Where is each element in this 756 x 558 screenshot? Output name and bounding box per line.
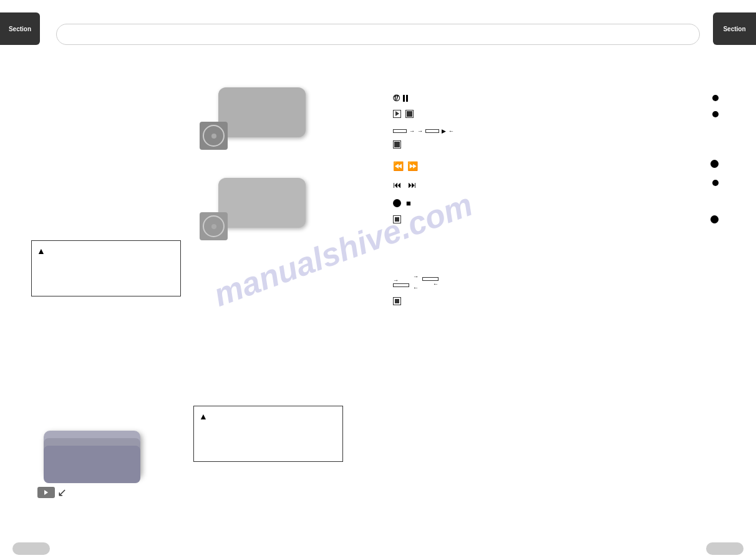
loop-stop-row xyxy=(393,297,719,306)
control-row-func xyxy=(393,215,719,223)
play-arrow-back: ← xyxy=(448,128,454,134)
control-symbol-stop xyxy=(393,140,449,149)
footer-btn-left[interactable] xyxy=(12,542,50,555)
loop-rect-1 xyxy=(393,283,409,287)
control-symbol-rec-stop: ■ xyxy=(393,198,449,210)
rewind-icon: ⏪ xyxy=(393,160,404,172)
record-icon xyxy=(393,199,401,207)
ctrl-bullet-2 xyxy=(712,111,719,117)
play-diagram: → → ▶ ← xyxy=(393,128,719,134)
control-row-stop xyxy=(393,140,719,149)
section-label-left[interactable]: Section xyxy=(0,12,40,45)
loop-arrow-top-2: → xyxy=(413,273,419,280)
warning-triangle-top: ▲ xyxy=(37,246,175,256)
control-row-play xyxy=(393,110,719,118)
ctrl-bullet-large-2 xyxy=(710,215,719,223)
page-header: Section Section xyxy=(0,0,756,45)
loop-diagram: → → ← ← xyxy=(393,273,719,291)
control-symbol-pause-play: ⑰ xyxy=(393,94,449,104)
ctrl-bullet-3 xyxy=(712,180,719,186)
fastfwd-icon: ⏩ xyxy=(407,160,418,172)
ctrl-bullet-large-1 xyxy=(710,160,719,168)
eject-area: ↙ xyxy=(37,486,67,499)
play-diagram-box1 xyxy=(393,129,407,133)
search-bar[interactable] xyxy=(56,24,700,45)
ctrl-play-square xyxy=(393,110,401,118)
disc-case-top xyxy=(218,87,306,137)
ctrl-play-square2 xyxy=(405,110,414,118)
footer-btn-right[interactable] xyxy=(706,542,744,555)
play-arrow-2: → xyxy=(417,128,423,134)
page-footer xyxy=(0,539,756,558)
main-content: ▲ ↙ ▲ ⑰ xyxy=(0,56,756,539)
play-arrow-1: → xyxy=(409,128,415,134)
control-symbol-skip: ⏮ ⏭ xyxy=(393,179,449,191)
device-image-2 xyxy=(200,178,306,240)
loop-arrow-top-1: → xyxy=(393,277,399,283)
section-label-right[interactable]: Section xyxy=(713,12,756,45)
loop-stop-square xyxy=(393,297,401,305)
loop-arrow-bottom-2: ← xyxy=(413,285,419,291)
pause-icon-display xyxy=(403,95,408,102)
control-symbol-rew-fwd: ⏪ ⏩ xyxy=(393,160,449,172)
func-square xyxy=(393,215,401,223)
controls-section: ⑰ → xyxy=(393,94,719,306)
control-row-rew-fwd: ⏪ ⏩ xyxy=(393,160,719,172)
warning-box-top: ▲ xyxy=(31,240,181,296)
loop-box-2: → ← xyxy=(413,273,419,291)
control-symbol-play xyxy=(393,110,449,118)
device-bottom: ↙ xyxy=(37,424,150,499)
play-triangle: ▶ xyxy=(442,128,446,134)
loop-arrow-bottom-3: ← xyxy=(433,281,439,287)
control-row-pause-play: ⑰ xyxy=(393,94,719,104)
disc-mechanism-top xyxy=(200,122,228,150)
disc-case-closed xyxy=(218,178,306,228)
eject-arrow xyxy=(44,490,48,495)
ctrl-stop-square xyxy=(393,140,401,149)
skip-next-icon: ⏭ xyxy=(408,179,417,191)
warning-triangle-bottom: ▲ xyxy=(199,411,337,421)
ctrl-bullet-1 xyxy=(712,95,719,101)
loop-spacer xyxy=(414,280,419,285)
control-row-skip: ⏮ ⏭ xyxy=(393,179,719,191)
control-symbol-func xyxy=(393,215,449,223)
warning-box-bottom: ▲ xyxy=(193,406,343,462)
eject-arrow-indicator: ↙ xyxy=(57,486,67,499)
play-diagram-box2 xyxy=(425,129,439,133)
control-row-rec-stop: ■ xyxy=(393,198,719,210)
disc-mechanism-closed xyxy=(200,212,228,240)
stop-icon-sym: ■ xyxy=(406,198,411,210)
disc-case-bottom-layer3 xyxy=(44,446,140,483)
loop-box-1: → xyxy=(393,277,409,287)
loop-box-3: ← xyxy=(422,277,439,287)
device-image-1 xyxy=(200,87,306,150)
eject-button xyxy=(37,487,55,498)
ctrl-number-17: ⑰ xyxy=(393,94,400,104)
skip-prev-icon: ⏮ xyxy=(393,179,402,191)
